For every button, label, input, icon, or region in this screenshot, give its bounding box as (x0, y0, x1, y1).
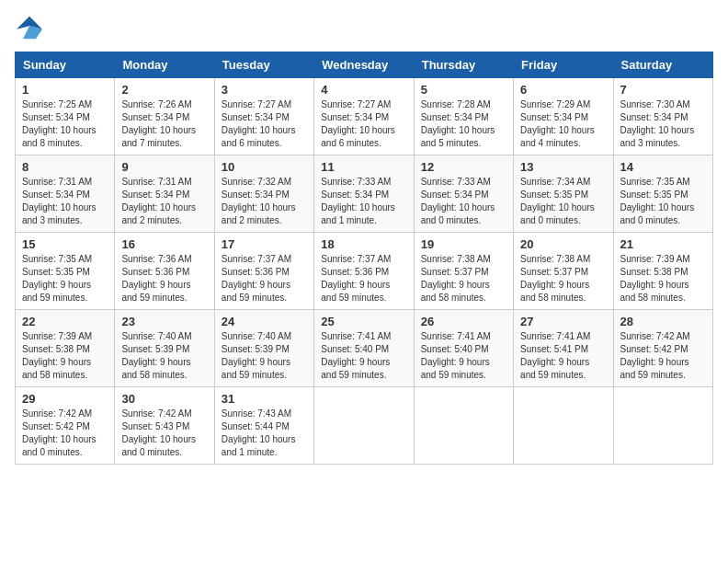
calendar-cell: 11Sunrise: 7:33 AM Sunset: 5:34 PM Dayli… (314, 155, 414, 233)
day-info: Sunrise: 7:37 AM Sunset: 5:36 PM Dayligh… (222, 253, 307, 304)
calendar-cell: 29Sunrise: 7:42 AM Sunset: 5:42 PM Dayli… (16, 387, 115, 465)
day-number: 22 (22, 315, 108, 328)
calendar-cell: 2Sunrise: 7:26 AM Sunset: 5:34 PM Daylig… (115, 78, 214, 155)
calendar-cell: 18Sunrise: 7:37 AM Sunset: 5:36 PM Dayli… (314, 233, 414, 310)
calendar-cell: 6Sunrise: 7:29 AM Sunset: 5:34 PM Daylig… (514, 78, 613, 155)
day-number: 15 (22, 237, 108, 251)
day-number: 6 (520, 83, 606, 97)
weekday-header-monday: Monday (115, 52, 214, 78)
day-number: 16 (121, 237, 207, 251)
calendar-cell: 13Sunrise: 7:34 AM Sunset: 5:35 PM Dayli… (514, 155, 613, 233)
page-header (15, 15, 713, 40)
weekday-header-wednesday: Wednesday (314, 52, 414, 78)
calendar-cell: 28Sunrise: 7:42 AM Sunset: 5:42 PM Dayli… (613, 310, 712, 387)
calendar-week-row: 15Sunrise: 7:35 AM Sunset: 5:35 PM Dayli… (16, 233, 713, 310)
calendar-cell (314, 387, 414, 465)
day-info: Sunrise: 7:38 AM Sunset: 5:37 PM Dayligh… (421, 253, 506, 304)
day-info: Sunrise: 7:42 AM Sunset: 5:42 PM Dayligh… (22, 408, 108, 459)
weekday-header-saturday: Saturday (613, 52, 712, 78)
day-number: 18 (321, 237, 406, 251)
calendar-cell: 5Sunrise: 7:28 AM Sunset: 5:34 PM Daylig… (414, 78, 513, 155)
day-number: 23 (121, 315, 207, 328)
day-info: Sunrise: 7:32 AM Sunset: 5:34 PM Dayligh… (222, 176, 307, 227)
day-number: 19 (421, 237, 506, 251)
day-number: 29 (22, 392, 108, 406)
day-number: 13 (520, 160, 606, 174)
day-number: 9 (121, 160, 207, 174)
day-info: Sunrise: 7:42 AM Sunset: 5:43 PM Dayligh… (121, 408, 207, 459)
day-info: Sunrise: 7:31 AM Sunset: 5:34 PM Dayligh… (22, 176, 108, 227)
calendar-week-row: 1Sunrise: 7:25 AM Sunset: 5:34 PM Daylig… (16, 78, 713, 155)
day-number: 26 (421, 315, 506, 328)
day-number: 11 (321, 160, 406, 174)
calendar-cell: 30Sunrise: 7:42 AM Sunset: 5:43 PM Dayli… (115, 387, 214, 465)
day-info: Sunrise: 7:33 AM Sunset: 5:34 PM Dayligh… (421, 176, 506, 227)
calendar-cell: 7Sunrise: 7:30 AM Sunset: 5:34 PM Daylig… (613, 78, 712, 155)
day-number: 17 (222, 237, 307, 251)
day-info: Sunrise: 7:35 AM Sunset: 5:35 PM Dayligh… (620, 176, 706, 227)
day-info: Sunrise: 7:33 AM Sunset: 5:34 PM Dayligh… (321, 176, 406, 227)
day-info: Sunrise: 7:26 AM Sunset: 5:34 PM Dayligh… (121, 98, 207, 150)
day-info: Sunrise: 7:40 AM Sunset: 5:39 PM Dayligh… (121, 330, 207, 382)
calendar-cell: 12Sunrise: 7:33 AM Sunset: 5:34 PM Dayli… (414, 155, 513, 233)
day-info: Sunrise: 7:37 AM Sunset: 5:36 PM Dayligh… (321, 253, 406, 304)
calendar-cell: 16Sunrise: 7:36 AM Sunset: 5:36 PM Dayli… (115, 233, 214, 310)
day-info: Sunrise: 7:39 AM Sunset: 5:38 PM Dayligh… (22, 330, 108, 382)
day-info: Sunrise: 7:36 AM Sunset: 5:36 PM Dayligh… (121, 253, 207, 304)
calendar-cell (514, 387, 613, 465)
calendar-cell: 24Sunrise: 7:40 AM Sunset: 5:39 PM Dayli… (214, 310, 313, 387)
day-number: 21 (620, 237, 706, 251)
weekday-header-sunday: Sunday (16, 52, 115, 78)
day-number: 2 (121, 83, 207, 97)
day-info: Sunrise: 7:31 AM Sunset: 5:34 PM Dayligh… (121, 176, 207, 227)
calendar-cell: 15Sunrise: 7:35 AM Sunset: 5:35 PM Dayli… (16, 233, 115, 310)
calendar-cell: 3Sunrise: 7:27 AM Sunset: 5:34 PM Daylig… (214, 78, 313, 155)
calendar-cell: 4Sunrise: 7:27 AM Sunset: 5:34 PM Daylig… (314, 78, 414, 155)
calendar-cell: 27Sunrise: 7:41 AM Sunset: 5:41 PM Dayli… (514, 310, 613, 387)
day-number: 12 (421, 160, 506, 174)
day-info: Sunrise: 7:34 AM Sunset: 5:35 PM Dayligh… (520, 176, 606, 227)
calendar-cell: 22Sunrise: 7:39 AM Sunset: 5:38 PM Dayli… (16, 310, 115, 387)
day-info: Sunrise: 7:25 AM Sunset: 5:34 PM Dayligh… (22, 98, 108, 150)
logo-icon (15, 15, 44, 40)
calendar-week-row: 22Sunrise: 7:39 AM Sunset: 5:38 PM Dayli… (16, 310, 713, 387)
calendar-week-row: 29Sunrise: 7:42 AM Sunset: 5:42 PM Dayli… (16, 387, 713, 465)
day-number: 25 (321, 315, 406, 328)
day-number: 27 (520, 315, 606, 328)
day-info: Sunrise: 7:41 AM Sunset: 5:40 PM Dayligh… (421, 330, 506, 382)
day-number: 31 (222, 392, 307, 406)
calendar-cell: 10Sunrise: 7:32 AM Sunset: 5:34 PM Dayli… (214, 155, 313, 233)
calendar-cell: 31Sunrise: 7:43 AM Sunset: 5:44 PM Dayli… (214, 387, 313, 465)
day-info: Sunrise: 7:27 AM Sunset: 5:34 PM Dayligh… (222, 98, 307, 150)
day-info: Sunrise: 7:35 AM Sunset: 5:35 PM Dayligh… (22, 253, 108, 304)
day-number: 24 (222, 315, 307, 328)
day-number: 3 (222, 83, 307, 97)
day-info: Sunrise: 7:42 AM Sunset: 5:42 PM Dayligh… (620, 330, 706, 382)
day-info: Sunrise: 7:41 AM Sunset: 5:41 PM Dayligh… (520, 330, 606, 382)
calendar-cell: 20Sunrise: 7:38 AM Sunset: 5:37 PM Dayli… (514, 233, 613, 310)
calendar-cell: 25Sunrise: 7:41 AM Sunset: 5:40 PM Dayli… (314, 310, 414, 387)
weekday-header-tuesday: Tuesday (214, 52, 313, 78)
calendar-cell: 1Sunrise: 7:25 AM Sunset: 5:34 PM Daylig… (16, 78, 115, 155)
day-number: 30 (121, 392, 207, 406)
calendar-cell (613, 387, 712, 465)
calendar-body: 1Sunrise: 7:25 AM Sunset: 5:34 PM Daylig… (16, 78, 713, 465)
calendar-cell: 21Sunrise: 7:39 AM Sunset: 5:38 PM Dayli… (613, 233, 712, 310)
calendar-cell: 19Sunrise: 7:38 AM Sunset: 5:37 PM Dayli… (414, 233, 513, 310)
day-number: 20 (520, 237, 606, 251)
day-number: 8 (22, 160, 108, 174)
day-number: 4 (321, 83, 406, 97)
day-info: Sunrise: 7:43 AM Sunset: 5:44 PM Dayligh… (222, 408, 307, 459)
logo (15, 15, 48, 40)
calendar-cell: 23Sunrise: 7:40 AM Sunset: 5:39 PM Dayli… (115, 310, 214, 387)
day-number: 10 (222, 160, 307, 174)
day-number: 7 (620, 83, 706, 97)
calendar-week-row: 8Sunrise: 7:31 AM Sunset: 5:34 PM Daylig… (16, 155, 713, 233)
calendar-cell: 17Sunrise: 7:37 AM Sunset: 5:36 PM Dayli… (214, 233, 313, 310)
day-info: Sunrise: 7:28 AM Sunset: 5:34 PM Dayligh… (421, 98, 506, 150)
day-info: Sunrise: 7:38 AM Sunset: 5:37 PM Dayligh… (520, 253, 606, 304)
calendar-cell: 14Sunrise: 7:35 AM Sunset: 5:35 PM Dayli… (613, 155, 712, 233)
weekday-header-friday: Friday (514, 52, 613, 78)
calendar-cell (414, 387, 513, 465)
day-number: 1 (22, 83, 108, 97)
